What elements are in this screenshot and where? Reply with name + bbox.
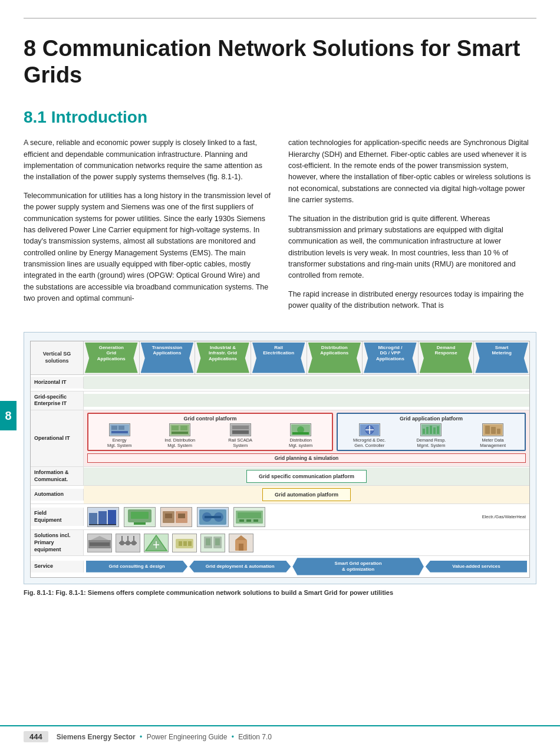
item-energy-mgt: EnergyMgt. System <box>90 423 149 448</box>
chapter-side-tab: 8 <box>0 401 17 430</box>
col-label-microgrid: Microgrid /DG / VPPApplications <box>364 343 417 373</box>
body-right-p3: The rapid increase in distributed energy… <box>288 289 536 312</box>
distribution-mgt-label: DistributionMgt. system <box>271 437 330 448</box>
smart-grid-diagram: Vertical SG solutions GenerationGridAppl… <box>30 341 530 578</box>
row-field-equipment: FieldEquipment <box>31 504 529 530</box>
col-label-distribution: DistributionApplications <box>308 343 361 373</box>
row-label-field-equipment: FieldEquipment <box>31 508 84 526</box>
rail-scada-label: Rail SCADASystem <box>211 437 269 448</box>
body-right-col: cation technologies for application-spec… <box>288 137 536 318</box>
svg-rect-25 <box>485 426 490 434</box>
svg-rect-22 <box>433 427 436 434</box>
row-automation: Automation Grid automation platform <box>31 486 529 504</box>
item-ind-distribution: Ind. DistributionMgt. System <box>150 423 209 448</box>
field-img-3 <box>160 507 192 527</box>
row-label-grid-enterprise-it: Grid-specificEnterprise IT <box>31 391 84 410</box>
row-label-info-comm: Information &Communicat. <box>31 467 84 485</box>
section-title: 8.1 Introduction <box>24 107 536 127</box>
body-left-p2: Telecommunication for utilities has a lo… <box>24 190 272 305</box>
section-heading: 8.1 Introduction <box>24 107 536 127</box>
field-electr-label: Electr./Gas/WaterHeat <box>482 514 526 520</box>
row-label-horizontal-it: Horizontal IT <box>31 377 84 389</box>
service-item-3: Smart Grid operation& optimization <box>292 558 424 575</box>
sol-icon-2 <box>116 534 140 552</box>
svg-rect-9 <box>232 426 249 429</box>
svg-rect-34 <box>134 522 146 525</box>
svg-rect-63 <box>183 541 187 546</box>
col-header-rail: RailElectrification <box>251 341 307 374</box>
vertical-sg-label: Vertical SG solutions <box>31 341 84 374</box>
svg-rect-68 <box>215 538 220 545</box>
service-item-4: Value-added services <box>426 561 527 572</box>
figure-caption-text: Fig. 8.1-1: Siemens offers complete comm… <box>55 589 393 596</box>
svg-rect-37 <box>165 514 172 518</box>
meter-data-label: Meter DataManagement <box>463 437 523 448</box>
col-label-smart-metering: SmartMetering <box>475 343 528 373</box>
svg-rect-1 <box>111 426 117 430</box>
row-label-automation: Automation <box>31 489 84 501</box>
body-right-p1: cation technologies for application-spec… <box>288 137 536 206</box>
row-operational-it: Operational IT Grid control platform <box>31 410 529 467</box>
svg-rect-71 <box>239 544 243 551</box>
svg-rect-45 <box>239 519 244 522</box>
col-header-demand: DemandResponse <box>419 341 475 374</box>
microgrid-dec-label: Microgrid & Dec.Gen. Controller <box>340 437 400 448</box>
row-label-operational-it: Operational IT <box>31 410 84 466</box>
field-img-5 <box>233 507 265 527</box>
svg-rect-49 <box>90 542 110 546</box>
svg-rect-38 <box>178 514 185 518</box>
svg-rect-46 <box>246 519 251 522</box>
svg-marker-70 <box>235 535 247 540</box>
service-item-1: Grid consulting & design <box>86 561 187 572</box>
row-solutions: Solutions incl.Primaryequipment <box>31 530 529 556</box>
figure-caption-bold: Fig. 8.1-1: <box>24 589 55 596</box>
svg-rect-13 <box>292 432 309 435</box>
sol-icon-1 <box>87 534 112 552</box>
sol-icon-5 <box>200 534 225 552</box>
svg-rect-47 <box>253 519 258 522</box>
item-rail-scada: Rail SCADASystem <box>211 423 269 448</box>
grid-application-title: Grid application platform <box>340 416 523 422</box>
row-content-service: Grid consulting & design Grid deployment… <box>84 556 529 577</box>
svg-rect-7 <box>172 432 188 434</box>
automation-platform-bar: Grid automation platform <box>262 488 351 501</box>
svg-rect-23 <box>437 426 439 434</box>
footer-publication: Power Engineering Guide <box>147 733 228 741</box>
item-microgrid-dec: Microgrid & Dec.Gen. Controller <box>340 423 400 448</box>
row-content-field-equipment: Electr./Gas/WaterHeat <box>84 505 529 529</box>
col-header-microgrid: Microgrid /DG / VPPApplications <box>363 341 419 374</box>
chapter-heading: 8 Communication Network Solutions for Sm… <box>24 35 536 88</box>
col-label-demand: DemandResponse <box>420 343 473 373</box>
service-item-2: Grid deployment & automation <box>189 561 291 572</box>
row-horizontal-it: Horizontal IT <box>31 375 529 391</box>
col-header-generation: GenerationGridApplications <box>84 341 140 374</box>
ind-distribution-label: Ind. DistributionMgt. System <box>150 437 209 448</box>
page-number: 444 <box>24 731 48 742</box>
item-meter-data: Meter DataManagement <box>463 423 523 448</box>
field-img-2 <box>124 507 156 527</box>
sol-icon-4 <box>172 534 197 552</box>
sol-icon-6 <box>229 534 253 552</box>
footer-sep1: • <box>140 733 142 741</box>
footer-edition: Edition 7.0 <box>238 733 272 741</box>
svg-point-52 <box>120 541 124 545</box>
row-content-horizontal-it <box>84 376 529 389</box>
sol-icon-3 <box>144 534 169 552</box>
grid-application-platform-box: Grid application platform Microgrid & De… <box>337 413 526 451</box>
demand-resp-label: Demand Resp.Mgmt. System <box>401 437 462 448</box>
item-distribution-mgt: DistributionMgt. system <box>271 423 330 448</box>
svg-rect-44 <box>238 512 261 518</box>
svg-rect-30 <box>108 510 116 525</box>
figure-container: Vertical SG solutions GenerationGridAppl… <box>24 332 536 584</box>
svg-rect-33 <box>131 512 149 519</box>
grid-planning-bar: Grid planning & simulation <box>87 453 526 463</box>
grid-control-items: EnergyMgt. System Ind. DistributionMgt. … <box>90 423 330 448</box>
row-content-operational-it: Grid control platform EnergyMgt. System <box>84 410 529 466</box>
chapter-title: 8 Communication Network Solutions for Sm… <box>24 35 536 88</box>
field-img-1 <box>87 507 119 527</box>
col-label-rail: RailElectrification <box>252 343 305 373</box>
row-information-communication: Information &Communicat. Grid specific c… <box>31 467 529 486</box>
col-header-industrial: Industrial &Infrastr. GridApplications <box>195 341 251 374</box>
svg-rect-5 <box>172 426 179 430</box>
top-divider <box>24 18 536 19</box>
